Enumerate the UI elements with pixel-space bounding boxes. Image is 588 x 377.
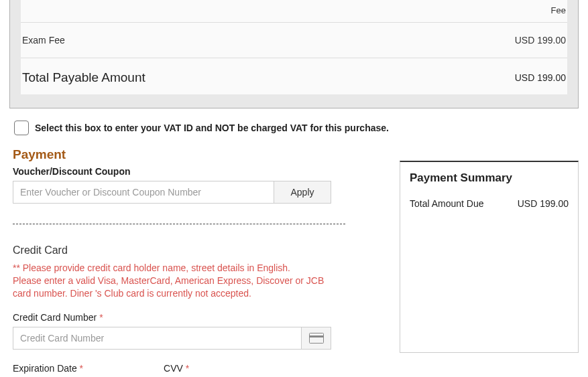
cc-input-wrap (13, 327, 331, 350)
cc-warning-line2: Please enter a valid Visa, MasterCard, A… (13, 275, 324, 299)
fee-item-amount: USD 199.00 (515, 35, 566, 46)
fee-total-label: Total Payable Amount (22, 70, 145, 85)
cvv-label: CVV * (164, 363, 189, 374)
credit-card-warning: ** Please provide credit card holder nam… (13, 262, 343, 300)
fee-column-header: Fee (551, 5, 566, 15)
apply-button[interactable]: Apply (274, 181, 331, 204)
cc-number-label: Credit Card Number * (13, 312, 343, 323)
expiration-label-text: Expiration Date (13, 363, 77, 374)
required-mark: * (80, 363, 83, 374)
summary-due-row: Total Amount Due USD 199.00 (410, 198, 569, 209)
cc-number-label-text: Credit Card Number (13, 312, 97, 323)
section-divider (13, 224, 345, 224)
fee-header-row: Fee (21, 5, 567, 23)
fee-inner: Fee Exam Fee USD 199.00 Total Payable Am… (21, 0, 567, 94)
summary-due-amount: USD 199.00 (518, 198, 569, 209)
summary-column: Payment Summary Total Amount Due USD 199… (400, 161, 579, 353)
expiration-label: Expiration Date * (13, 363, 83, 374)
credit-card-heading: Credit Card (13, 244, 343, 256)
credit-card-icon (309, 333, 324, 344)
fee-item-row: Exam Fee USD 199.00 (21, 23, 567, 58)
cvv-label-text: CVV (164, 363, 183, 374)
summary-due-label: Total Amount Due (410, 198, 484, 209)
fee-item-label: Exam Fee (22, 35, 65, 46)
summary-inner: Payment Summary Total Amount Due USD 199… (400, 162, 578, 352)
fee-total-row: Total Payable Amount USD 199.00 (21, 58, 567, 85)
vat-row: Select this box to enter your VAT ID and… (0, 108, 588, 147)
voucher-row: Apply (13, 181, 331, 204)
exp-cvv-row: Expiration Date * CVV * (13, 363, 343, 377)
card-icon-box (302, 327, 331, 350)
vat-checkbox-label: Select this box to enter your VAT ID and… (35, 123, 389, 133)
required-mark: * (186, 363, 189, 374)
cc-warning-line1: ** Please provide credit card holder nam… (13, 262, 290, 273)
cc-number-input[interactable] (13, 327, 302, 350)
fee-panel: Fee Exam Fee USD 199.00 Total Payable Am… (9, 0, 579, 108)
svg-rect-1 (309, 335, 324, 337)
fee-footer-bar (10, 94, 578, 108)
payment-form-column: Payment Voucher/Discount Coupon Apply Cr… (13, 147, 343, 377)
payment-summary-box: Payment Summary Total Amount Due USD 199… (400, 161, 579, 353)
payment-heading: Payment (13, 147, 343, 162)
voucher-input[interactable] (13, 181, 274, 204)
summary-title: Payment Summary (410, 171, 569, 185)
voucher-label: Voucher/Discount Coupon (13, 166, 343, 177)
fee-total-amount: USD 199.00 (515, 70, 566, 85)
svg-rect-0 (309, 333, 323, 343)
vat-checkbox[interactable] (14, 121, 29, 135)
payment-area: Payment Voucher/Discount Coupon Apply Cr… (0, 147, 588, 377)
required-mark: * (99, 312, 103, 323)
summary-padding (410, 209, 569, 343)
